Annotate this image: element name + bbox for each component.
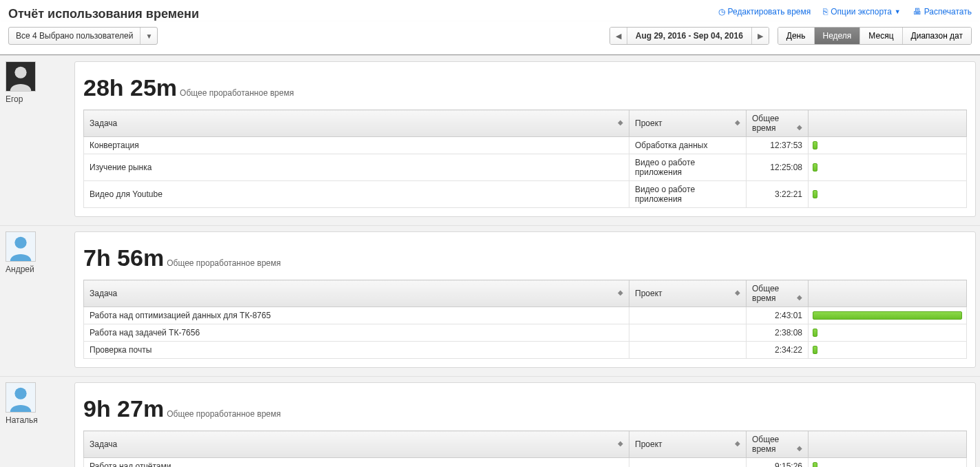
- bar-cell: [809, 307, 967, 324]
- tab-day[interactable]: День: [778, 28, 815, 44]
- table-row[interactable]: Работа над оптимизацией данных для ТК-87…: [84, 307, 967, 324]
- table-row[interactable]: Проверка почты2:34:22: [84, 342, 967, 359]
- task-cell: Проверка почты: [84, 342, 629, 359]
- svg-point-3: [14, 237, 26, 249]
- sort-icon: ◆: [735, 289, 740, 296]
- print-link[interactable]: 🖶 Распечатать: [913, 7, 972, 17]
- column-header-task[interactable]: Задача◆: [84, 110, 629, 137]
- total-time-label: Общее проработанное время: [167, 258, 281, 268]
- period-tabs: День Неделя Месяц Диапазон дат: [778, 27, 972, 45]
- user-main: 7h 56mОбщее проработанное времяЗадача◆Пр…: [74, 226, 980, 376]
- avatar[interactable]: [6, 231, 36, 262]
- column-header-total_time[interactable]: Общее время◆: [747, 110, 809, 137]
- chevron-down-icon: ▼: [895, 8, 901, 15]
- export-label: Опции экспорта: [831, 7, 892, 17]
- chevron-down-icon: ▼: [140, 28, 157, 44]
- time-bar: [813, 462, 817, 467]
- task-cell: Видео для Youtube: [84, 181, 629, 208]
- project-cell: Видео о работе приложения: [629, 154, 747, 181]
- svg-point-5: [14, 388, 26, 399]
- tasks-table: Задача◆Проект◆Общее время◆Работа над опт…: [83, 280, 967, 359]
- prev-period-button[interactable]: ◀: [610, 28, 627, 44]
- time-bar: [813, 329, 817, 337]
- sort-icon: ◆: [735, 118, 740, 126]
- sort-icon: ◆: [797, 293, 802, 301]
- total-time-label: Общее проработанное время: [180, 88, 294, 98]
- sort-icon: ◆: [618, 289, 623, 296]
- column-header-bar: [809, 280, 967, 307]
- tasks-table: Задача◆Проект◆Общее время◆КонвертацияОбр…: [83, 110, 967, 208]
- next-period-button[interactable]: ▶: [752, 28, 769, 44]
- time-bar: [813, 311, 962, 320]
- export-options-link[interactable]: ⎘ Опции экспорта ▼: [823, 7, 901, 17]
- user-block: Андрей7h 56mОбщее проработанное времяЗад…: [0, 225, 980, 376]
- task-cell: Работа над отчётами: [84, 458, 629, 468]
- user-filter-label: Все 4 Выбрано пользователей: [9, 28, 140, 44]
- column-header-project[interactable]: Проект◆: [629, 431, 747, 458]
- user-name[interactable]: Андрей: [6, 264, 69, 274]
- avatar[interactable]: [6, 61, 36, 92]
- table-row[interactable]: Изучение рынкаВидео о работе приложения1…: [84, 154, 967, 181]
- edit-time-link[interactable]: ◷ Редактировать время: [718, 7, 811, 17]
- column-header-project[interactable]: Проект◆: [629, 280, 747, 307]
- time-cell: 9:15:26: [747, 458, 809, 468]
- page-title: Отчёт использования времени: [8, 7, 199, 21]
- user-sidebar: Наталья: [0, 377, 74, 467]
- column-header-project[interactable]: Проект◆: [629, 110, 747, 137]
- user-name[interactable]: Наталья: [6, 415, 69, 425]
- user-sidebar: Андрей: [0, 226, 74, 376]
- sort-icon: ◆: [618, 118, 623, 126]
- tab-week[interactable]: Неделя: [815, 28, 861, 44]
- print-icon: 🖶: [913, 7, 921, 17]
- time-cell: 12:37:53: [747, 137, 809, 154]
- user-block: Егор28h 25mОбщее проработанное времяЗада…: [0, 55, 980, 225]
- project-cell: [629, 307, 747, 324]
- time-cell: 2:34:22: [747, 342, 809, 359]
- avatar[interactable]: [6, 382, 36, 413]
- bar-cell: [809, 324, 967, 342]
- column-header-bar: [809, 431, 967, 458]
- total-time: 7h 56m: [83, 245, 164, 271]
- table-row[interactable]: Работа над задачей ТК-76562:38:08: [84, 324, 967, 342]
- project-cell: Видео о работе приложения: [629, 181, 747, 208]
- project-cell: [629, 342, 747, 359]
- task-cell: Работа над задачей ТК-7656: [84, 324, 629, 342]
- user-block: Наталья9h 27mОбщее проработанное времяЗа…: [0, 376, 980, 467]
- time-bar: [813, 190, 817, 198]
- table-row[interactable]: Работа над отчётами9:15:26: [84, 458, 967, 468]
- tab-month[interactable]: Месяц: [860, 28, 902, 44]
- date-range[interactable]: Aug 29, 2016 - Sep 04, 2016: [627, 28, 752, 44]
- print-label: Распечатать: [924, 7, 972, 17]
- column-header-task[interactable]: Задача◆: [84, 280, 629, 307]
- column-header-total_time[interactable]: Общее время◆: [747, 280, 809, 307]
- user-main: 28h 25mОбщее проработанное времяЗадача◆П…: [74, 56, 980, 225]
- total-time: 9h 27m: [83, 395, 164, 422]
- table-row[interactable]: Видео для YoutubeВидео о работе приложен…: [84, 181, 967, 208]
- sort-icon: ◆: [735, 439, 740, 447]
- clock-icon: ◷: [718, 7, 725, 17]
- column-header-total_time[interactable]: Общее время◆: [747, 431, 809, 458]
- edit-time-label: Редактировать время: [728, 7, 811, 17]
- tab-range[interactable]: Диапазон дат: [903, 28, 971, 44]
- bar-cell: [809, 181, 967, 208]
- project-cell: Обработка данных: [629, 137, 747, 154]
- time-bar: [813, 346, 817, 354]
- summary-box: 7h 56mОбщее проработанное времяЗадача◆Пр…: [74, 231, 976, 368]
- task-cell: Изучение рынка: [84, 154, 629, 181]
- time-cell: 12:25:08: [747, 154, 809, 181]
- bar-cell: [809, 458, 967, 468]
- time-cell: 2:38:08: [747, 324, 809, 342]
- summary-box: 28h 25mОбщее проработанное времяЗадача◆П…: [74, 61, 976, 217]
- task-cell: Работа над оптимизацией данных для ТК-87…: [84, 307, 629, 324]
- total-time-label: Общее проработанное время: [167, 409, 281, 419]
- tasks-table: Задача◆Проект◆Общее время◆Работа над отч…: [83, 430, 967, 467]
- user-name[interactable]: Егор: [6, 94, 69, 104]
- column-header-bar: [809, 110, 967, 137]
- total-time: 28h 25m: [83, 74, 177, 101]
- table-row[interactable]: КонвертацияОбработка данных12:37:53: [84, 137, 967, 154]
- sort-icon: ◆: [618, 439, 623, 447]
- column-header-task[interactable]: Задача◆: [84, 431, 629, 458]
- user-filter-dropdown[interactable]: Все 4 Выбрано пользователей ▼: [8, 27, 158, 45]
- sort-icon: ◆: [797, 444, 802, 452]
- summary-box: 9h 27mОбщее проработанное времяЗадача◆Пр…: [74, 382, 976, 467]
